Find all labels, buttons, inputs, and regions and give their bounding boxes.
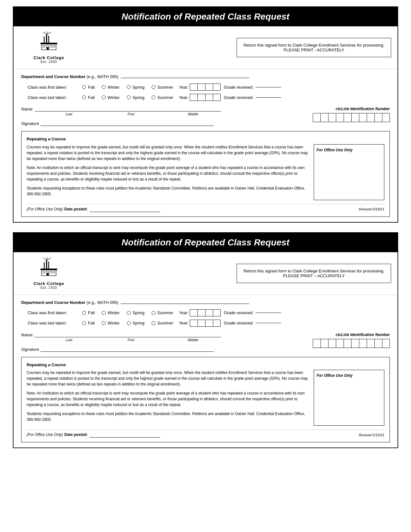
clark-college-logo-2 (38, 257, 60, 280)
radio-winter-last-1[interactable]: Winter (102, 95, 120, 100)
radio-fall-last-1[interactable]: Fall (82, 95, 95, 100)
form-body-2: Department and Course Number (e.g., MATH… (13, 295, 398, 448)
svg-rect-2 (44, 37, 45, 43)
info-para1-2: Courses may be repeated to improve the g… (27, 370, 309, 387)
form-section-2: Notification of Repeated Class Request (13, 232, 398, 448)
radio-spring-last-1[interactable]: Spring (127, 95, 145, 100)
year-sq-l2-1[interactable] (190, 320, 197, 327)
year-sq-1[interactable] (190, 84, 197, 91)
radio-summer-last-2[interactable]: Summer (152, 321, 173, 325)
year-box-last-2: Year: (179, 320, 221, 327)
year-sq-l2-3[interactable] (205, 320, 213, 327)
ctclink-sq-5[interactable] (344, 113, 351, 122)
year-sq-4[interactable] (213, 84, 221, 91)
dept-underline-2[interactable] (121, 304, 249, 304)
season-spring-last-2: Spring (133, 321, 145, 325)
ctclink-sq2-7[interactable] (359, 339, 367, 348)
office-use-box-1: For Office Use Only (314, 144, 384, 200)
ctclink-sq-8[interactable] (367, 113, 374, 122)
year-sq-l2-4[interactable] (213, 320, 221, 327)
ctclink-sq-1[interactable] (313, 113, 320, 122)
radio-winter-first-2[interactable]: Winter (102, 310, 120, 315)
season-winter-last-1: Winter (108, 95, 120, 100)
radio-fall-first-1[interactable]: Fall (82, 85, 95, 90)
ctclink-sq2-1[interactable] (313, 339, 320, 348)
grade-underline-first-2[interactable] (256, 313, 281, 313)
office-use-label-2: For Office Use Only (317, 373, 381, 378)
dept-underline-1[interactable] (121, 78, 249, 78)
ctclink-boxes-2 (313, 339, 390, 348)
ctclink-sq2-2[interactable] (320, 339, 328, 348)
year-grade-last-2: Year: Grade received: (179, 320, 281, 327)
radio-summer-first-1[interactable]: Summer (152, 85, 173, 90)
year-sq-3[interactable] (205, 84, 213, 91)
year-sq-last-4[interactable] (213, 94, 221, 101)
ctclink-sq2-3[interactable] (328, 339, 336, 348)
radio-summer-last-1[interactable]: Summer (152, 95, 173, 100)
ctclink-sq-2[interactable] (320, 113, 328, 122)
ctclink-sq-10[interactable] (382, 113, 390, 122)
svg-rect-8 (43, 45, 45, 47)
info-box-1: Repeating a Course Courses may be repeat… (21, 131, 390, 217)
svg-line-18 (47, 258, 51, 260)
svg-rect-9 (46, 45, 48, 47)
sig-input-2[interactable] (40, 351, 214, 352)
ctclink-sq2-5[interactable] (344, 339, 351, 348)
ctclink-label-1: ctcLink Identification Number (336, 107, 390, 111)
ctclink-sq2-10[interactable] (382, 339, 390, 348)
year-sq-last-3[interactable] (205, 94, 213, 101)
name-ctclink-row-2: Name: Last First Middle Signature ctcLin… (21, 332, 390, 352)
radio-winter-first-1[interactable]: Winter (102, 85, 120, 90)
ctclink-sq-9[interactable] (374, 113, 382, 122)
sig-input-1[interactable] (40, 126, 214, 126)
year-sq-l2-2[interactable] (197, 320, 205, 327)
ctclink-sq-4[interactable] (336, 113, 344, 122)
radio-summer-first-2[interactable]: Summer (152, 310, 173, 315)
grade-line-last-1: Grade received: (224, 95, 281, 100)
name-line-1: Name: (21, 107, 305, 111)
year-grade-first-1: Year: Grade received: (179, 84, 281, 91)
year-squares-last-1 (190, 94, 221, 101)
name-input-1[interactable] (35, 111, 221, 111)
office-use-box-2: For Office Use Only (314, 370, 384, 426)
year-sq-f2-1[interactable] (190, 309, 197, 316)
name-ctclink-row-1: Name: Last First Middle Signature (21, 107, 390, 126)
grade-underline-first-1[interactable] (256, 87, 281, 87)
radio-spring-last-2[interactable]: Spring (127, 321, 145, 325)
return-box-2: Return this signed form to Clark College… (237, 264, 391, 283)
year-sq-last-1[interactable] (190, 94, 197, 101)
year-label-first-2: Year: (179, 310, 188, 315)
year-sq-f2-3[interactable] (205, 309, 213, 316)
ctclink-sq-6[interactable] (351, 113, 359, 122)
radio-circle-winter-last-2 (102, 321, 106, 325)
ctclink-sq2-8[interactable] (367, 339, 374, 348)
grade-line-first-1: Grade received: (224, 85, 281, 90)
grade-underline-last-2[interactable] (256, 323, 281, 323)
radio-fall-first-2[interactable]: Fall (82, 310, 95, 315)
ctclink-sq-3[interactable] (328, 113, 336, 122)
radio-circle-spring-last-2 (127, 321, 131, 325)
year-sq-2[interactable] (197, 84, 205, 91)
grade-underline-last-1[interactable] (256, 97, 281, 98)
class-first-label-2: Class was first taken: (28, 310, 82, 315)
year-sq-f2-2[interactable] (197, 309, 205, 316)
year-sq-last-2[interactable] (197, 94, 205, 101)
name-input-2[interactable] (35, 337, 221, 337)
ctclink-sq-7[interactable] (359, 113, 367, 122)
name-sublabels-2: Last First Middle (38, 338, 224, 342)
svg-rect-25 (47, 273, 49, 276)
year-sq-f2-4[interactable] (213, 309, 221, 316)
radio-spring-first-2[interactable]: Spring (127, 310, 145, 315)
radio-spring-first-1[interactable]: Spring (127, 85, 145, 90)
sig-label-1: Signature (21, 121, 39, 126)
date-posted-input-2[interactable] (90, 437, 160, 438)
class-first-row-1: Class was first taken: Fall Winter Sprin… (21, 84, 390, 91)
date-posted-input-1[interactable] (90, 212, 160, 212)
info-para2-1: Note: An institution to which an officia… (27, 165, 309, 182)
ctclink-sq2-9[interactable] (374, 339, 382, 348)
radio-winter-last-2[interactable]: Winter (102, 321, 120, 325)
info-text-1: Courses may be repeated to improve the g… (27, 144, 309, 200)
ctclink-sq2-4[interactable] (336, 339, 344, 348)
ctclink-sq2-6[interactable] (351, 339, 359, 348)
radio-fall-last-2[interactable]: Fall (82, 321, 95, 325)
